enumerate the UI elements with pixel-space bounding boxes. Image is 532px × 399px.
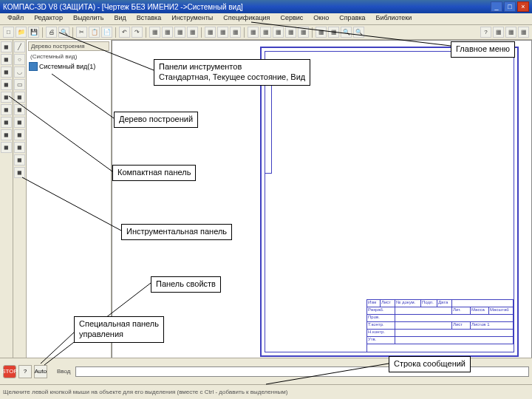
tool-icon[interactable]: ◼ [14,92,25,103]
separator [201,27,202,38]
title-block-row: Утв. [367,337,514,344]
menu-help[interactable]: Справка [335,13,369,24]
menu-spec[interactable]: Спецификация [219,13,274,24]
help-button[interactable]: ? [18,365,32,378]
line-tool-icon[interactable]: ╱ [14,41,25,52]
menu-window[interactable]: Окно [309,13,333,24]
tb-cell [395,330,514,336]
tool-icon[interactable]: ◼ [1,117,12,128]
cut-icon[interactable]: ✂ [76,27,87,38]
standard-toolbar: □ 📁 💾 🖨 🔍 ✂ 📋 📄 ↶ ↷ ▦ ▦ ▦ ▦ ▦ ▦ ▦ ▦ ▦ ▦ … [0,25,532,40]
separator [244,27,245,38]
tool-icon[interactable]: ◼ [1,129,12,140]
tb-cell: Листов 1 [471,322,514,329]
tb-icon[interactable]: ▦ [273,27,284,38]
tb-icon[interactable]: ▦ [505,27,516,38]
close-button[interactable]: × [517,1,529,12]
tb-cell [452,300,514,307]
side-stamp [265,85,272,174]
help-icon[interactable]: ? [480,27,491,38]
tool-icon[interactable]: ◼ [1,41,12,52]
auto-button[interactable]: Auto [34,365,47,378]
tb-icon[interactable]: ▦ [187,27,198,38]
tree-header2: (Системный вид) [28,52,109,61]
tb-icon[interactable]: ▦ [298,27,309,38]
minimize-button[interactable]: _ [491,1,502,12]
tb-cell [395,337,514,344]
arc-tool-icon[interactable]: ◡ [14,66,25,78]
undo-icon[interactable]: ↶ [119,27,130,38]
redo-icon[interactable]: ↷ [132,27,143,38]
callout-compact: Компактная панель [112,165,196,181]
tb-icon[interactable]: ▦ [493,27,504,38]
paste-icon[interactable]: 📄 [101,27,112,38]
maximize-button[interactable]: □ [504,1,516,12]
tool-icon[interactable]: ◼ [1,66,12,78]
tool-icon[interactable]: ◼ [1,79,12,90]
tb-cell: Н.контр. [367,330,395,336]
tb-cell [395,322,452,329]
tb-icon[interactable]: ▦ [230,27,241,38]
tb-icon[interactable]: ▦ [328,27,339,38]
tool-icon[interactable]: ◼ [1,104,12,115]
tb-cell: Лист [381,300,395,307]
status-bar: Щелкните левой кнопкой мыши на объекте д… [0,384,532,399]
menu-view[interactable]: Вид [109,13,130,24]
menu-tools[interactable]: Инструменты [167,13,217,24]
tb-icon[interactable]: ▦ [518,27,529,38]
instrument-panel: ╱ ○ ◡ ▭ ◼ ◼ ◼ ◼ ◼ ◼ ◼ [13,40,27,384]
separator [42,27,43,38]
tool-icon[interactable]: ◼ [1,142,12,153]
save-icon[interactable]: 💾 [28,27,39,38]
title-block-row: Разраб. Лит. Масса Масштаб [367,307,514,315]
tool-icon[interactable]: ◼ [14,154,25,166]
tb-cell: Изм [367,300,381,307]
titlebar: КОМПАС-3D V8 (ЗАЩИТА) - [Чертеж БЕЗ ИМЕН… [0,0,532,13]
stop-button[interactable]: STOP [3,365,16,378]
menu-lib[interactable]: Библиотеки [372,13,417,24]
tb-cell: Масса [471,307,489,314]
tool-icon[interactable]: ◼ [1,92,12,103]
circle-tool-icon[interactable]: ○ [14,54,25,65]
tool-icon[interactable]: ◼ [14,142,25,153]
prop-label: Ввод [57,368,70,375]
tool-icon[interactable]: ◼ [14,104,25,115]
zoom-in-icon[interactable]: 🔍 [341,27,352,38]
tb-icon[interactable]: ▦ [162,27,173,38]
menu-edit[interactable]: Редактор [30,13,67,24]
tb-icon[interactable]: ▦ [316,27,327,38]
menu-file[interactable]: Файл [3,13,28,24]
tb-cell: Т.контр. [367,322,395,329]
tool-icon[interactable]: ◼ [14,129,25,140]
zoom-out-icon[interactable]: 🔍 [353,27,364,38]
tb-icon[interactable]: ▦ [205,27,216,38]
drawing-area[interactable]: Изм Лист № докум. Подп. Дата Разраб. Лит… [112,40,532,384]
print-icon[interactable]: 🖨 [46,27,57,38]
tb-icon[interactable]: ▦ [248,27,259,38]
tool-icon[interactable]: ◼ [14,167,25,178]
title-block-row: Т.контр. Лист Листов 1 [367,322,514,330]
document-icon [29,62,38,71]
menu-insert[interactable]: Вставка [132,13,166,24]
separator [146,27,146,38]
tb-icon[interactable]: ▦ [149,27,160,38]
tb-icon[interactable]: ▦ [260,27,271,38]
callout-toolbars: Панели инструментов Стандартная, Текущее… [154,59,310,86]
tb-icon[interactable]: ▦ [285,27,296,38]
callout-tools: Инструментальная панель [121,224,232,240]
tb-icon[interactable]: ▦ [174,27,185,38]
callout-main-menu: Главное меню [451,41,515,58]
menu-select[interactable]: Выделить [69,13,109,24]
preview-icon[interactable]: 🔍 [58,27,69,38]
menu-service[interactable]: Сервис [276,13,308,24]
new-icon[interactable]: □ [3,27,14,38]
tool-icon[interactable]: ◼ [14,117,25,128]
tool-icon[interactable]: ◼ [1,54,12,65]
tb-cell: Масштаб [489,307,514,314]
tree-item[interactable]: Системный вид(1) [28,61,109,72]
tb-icon[interactable]: ▦ [217,27,228,38]
rect-tool-icon[interactable]: ▭ [14,79,25,90]
tb-cell: № докум. [395,300,421,307]
copy-icon[interactable]: 📋 [89,27,100,38]
open-icon[interactable]: 📁 [16,27,27,38]
